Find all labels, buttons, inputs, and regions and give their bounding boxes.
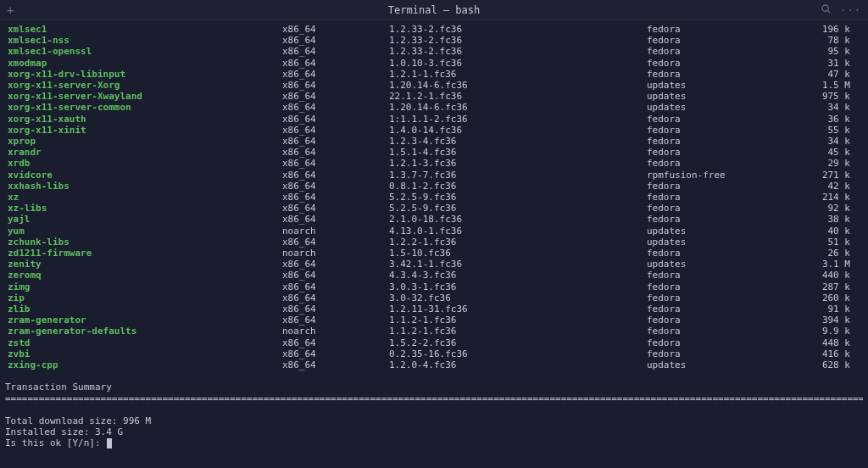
package-row: yumnoarch4.13.0-1.fc36updates40 k <box>5 226 863 237</box>
package-row: zxing-cppx86_641.2.0-4.fc36updates628 k <box>5 359 863 370</box>
package-arch: x86_64 <box>282 46 389 57</box>
package-version: 1:1.1.1-2.fc36 <box>389 114 647 125</box>
package-repo: fedora <box>647 203 805 214</box>
package-row: xorg-x11-xauthx86_641:1.1.1-2.fc36fedora… <box>5 114 863 125</box>
package-repo: fedora <box>647 69 805 80</box>
more-icon[interactable]: ··· <box>840 4 861 16</box>
package-name: xorg-x11-server-Xwayland <box>5 91 282 102</box>
package-repo: updates <box>647 102 805 113</box>
package-size: 34 k <box>805 136 850 147</box>
package-size: 287 k <box>805 281 850 292</box>
package-row: xz-libsx86_645.2.5-9.fc36fedora92 k <box>5 203 863 214</box>
package-name: xorg-x11-server-common <box>5 102 282 113</box>
package-repo: updates <box>647 91 805 102</box>
package-arch: x86_64 <box>282 170 389 181</box>
package-row: xorg-x11-server-Xorgx86_641.20.14-6.fc36… <box>5 80 863 91</box>
package-name: zvbi <box>5 348 282 359</box>
package-arch: x86_64 <box>282 102 389 113</box>
package-size: 36 k <box>805 114 850 125</box>
package-arch: x86_64 <box>282 125 389 136</box>
package-repo: updates <box>647 237 805 248</box>
package-name: zram-generator-defaults <box>5 326 282 337</box>
package-row: xorg-x11-xinitx86_641.4.0-14.fc36fedora5… <box>5 125 863 136</box>
package-version: 1.20.14-6.fc36 <box>389 80 647 91</box>
package-row: xpropx86_641.2.3-4.fc36fedora34 k <box>5 136 863 147</box>
package-arch: x86_64 <box>282 304 389 315</box>
package-name: xvidcore <box>5 170 282 181</box>
package-row: xmlsec1-nssx86_641.2.33-2.fc36fedora78 k <box>5 35 863 46</box>
transaction-summary-header: Transaction Summary <box>5 382 863 393</box>
package-row: xorg-x11-server-Xwaylandx86_6422.1.2-1.f… <box>5 91 863 102</box>
package-size: 40 k <box>805 226 850 237</box>
package-arch: x86_64 <box>282 136 389 147</box>
package-size: 260 k <box>805 292 850 304</box>
package-version: 1.4.0-14.fc36 <box>389 125 647 136</box>
package-version: 1.2.2-1.fc36 <box>389 237 647 248</box>
search-icon[interactable] <box>821 3 832 17</box>
package-size: 416 k <box>805 348 850 359</box>
package-name: xmlsec1-openssl <box>5 46 282 57</box>
package-arch: x86_64 <box>282 292 389 304</box>
package-name: zip <box>5 292 282 304</box>
package-size: 42 k <box>805 181 850 192</box>
package-arch: x86_64 <box>282 58 389 69</box>
package-arch: x86_64 <box>282 348 389 359</box>
package-version: 5.2.5-9.fc36 <box>389 203 647 214</box>
package-version: 5.2.5-9.fc36 <box>389 192 647 203</box>
new-tab-button[interactable]: + <box>7 3 14 17</box>
package-version: 1.20.14-6.fc36 <box>389 102 647 113</box>
package-repo: fedora <box>647 136 805 147</box>
cursor <box>107 438 112 448</box>
package-repo: updates <box>647 80 805 91</box>
package-repo: fedora <box>647 315 805 326</box>
package-size: 55 k <box>805 125 850 136</box>
package-row: zlibx86_641.2.11-31.fc36fedora91 k <box>5 304 863 315</box>
package-repo: fedora <box>647 181 805 192</box>
package-repo: fedora <box>647 114 805 125</box>
package-version: 1.2.3-4.fc36 <box>389 136 647 147</box>
package-name: zchunk-libs <box>5 237 282 248</box>
package-repo: fedora <box>647 125 805 136</box>
package-size: 196 k <box>805 24 850 35</box>
package-size: 1.5 M <box>805 80 850 91</box>
package-name: yajl <box>5 214 282 225</box>
package-row: xvidcorex86_641.3.7-7.fc36rpmfusion-free… <box>5 170 863 181</box>
package-arch: x86_64 <box>282 158 389 169</box>
package-row: zipx86_643.0-32.fc36fedora260 k <box>5 292 863 304</box>
package-name: xz-libs <box>5 203 282 214</box>
package-row: zeromqx86_644.3.4-3.fc36fedora440 k <box>5 270 863 281</box>
window-title: Terminal — bash <box>388 4 480 16</box>
terminal-output[interactable]: xmlsec1x86_641.2.33-2.fc36fedora196 kxml… <box>0 20 868 453</box>
package-arch: x86_64 <box>282 114 389 125</box>
package-version: 1.2.33-2.fc36 <box>389 35 647 46</box>
package-repo: updates <box>647 226 805 237</box>
package-arch: x86_64 <box>282 69 389 80</box>
package-arch: noarch <box>282 248 389 259</box>
package-name: xmlsec1 <box>5 24 282 35</box>
package-arch: x86_64 <box>282 181 389 192</box>
package-size: 975 k <box>805 91 850 102</box>
package-arch: x86_64 <box>282 192 389 203</box>
package-repo: fedora <box>647 158 805 169</box>
confirm-prompt[interactable]: Is this ok [Y/n]: <box>5 437 863 448</box>
package-row: zchunk-libsx86_641.2.2-1.fc36updates51 k <box>5 237 863 248</box>
package-version: 1.2.1-3.fc36 <box>389 158 647 169</box>
package-repo: fedora <box>647 292 805 304</box>
package-repo: fedora <box>647 348 805 359</box>
package-name: xz <box>5 192 282 203</box>
package-arch: x86_64 <box>282 203 389 214</box>
package-arch: x86_64 <box>282 24 389 35</box>
package-size: 47 k <box>805 69 850 80</box>
package-arch: x86_64 <box>282 270 389 281</box>
package-version: 1.5-10.fc36 <box>389 248 647 259</box>
package-size: 95 k <box>805 46 850 57</box>
package-repo: fedora <box>647 192 805 203</box>
svg-point-0 <box>822 5 828 11</box>
package-name: xprop <box>5 136 282 147</box>
package-repo: fedora <box>647 214 805 225</box>
package-size: 29 k <box>805 158 850 169</box>
package-arch: x86_64 <box>282 259 389 270</box>
package-size: 394 k <box>805 315 850 326</box>
package-name: xorg-x11-server-Xorg <box>5 80 282 91</box>
package-version: 1.0.10-3.fc36 <box>389 58 647 69</box>
